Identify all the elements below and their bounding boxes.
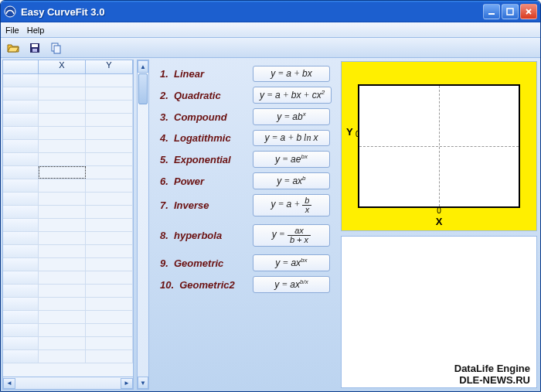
close-button[interactable]: [520, 4, 537, 19]
table-row[interactable]: [3, 179, 133, 193]
cell-y[interactable]: [86, 206, 133, 218]
table-row[interactable]: [3, 74, 133, 87]
open-button[interactable]: [5, 40, 21, 56]
table-row[interactable]: [3, 285, 133, 298]
scroll-thumb[interactable]: [138, 73, 148, 104]
cell-y[interactable]: [86, 271, 133, 284]
table-row[interactable]: [3, 298, 133, 311]
table-row[interactable]: [3, 114, 133, 127]
cell-x[interactable]: [39, 324, 86, 336]
cell-y[interactable]: [86, 324, 133, 336]
table-row[interactable]: [3, 166, 133, 179]
grid-hscrollbar[interactable]: ◄ ►: [3, 377, 133, 389]
scroll-right-button[interactable]: ►: [121, 378, 133, 389]
plot-canvas[interactable]: [358, 84, 520, 208]
cell-x[interactable]: [39, 101, 86, 113]
row-header[interactable]: [3, 140, 39, 152]
cell-y[interactable]: [86, 101, 133, 113]
cell-x[interactable]: [39, 311, 86, 323]
cell-y[interactable]: [86, 285, 133, 297]
table-row[interactable]: [3, 140, 133, 153]
row-header[interactable]: [3, 114, 39, 126]
save-button[interactable]: [27, 40, 43, 56]
cell-x[interactable]: [39, 350, 86, 363]
menu-help[interactable]: Help: [27, 26, 45, 35]
row-header[interactable]: [3, 350, 39, 363]
table-row[interactable]: [3, 324, 133, 337]
scroll-up-button[interactable]: ▲: [138, 60, 148, 73]
table-row[interactable]: [3, 101, 133, 114]
minimize-button[interactable]: [483, 4, 500, 19]
model-equation-button[interactable]: y = aebx: [253, 151, 330, 168]
cell-y[interactable]: [86, 166, 132, 179]
cell-x[interactable]: [39, 87, 86, 100]
model-equation-button[interactable]: y = a + bx + cx2: [253, 87, 332, 104]
cell-x[interactable]: [39, 193, 86, 205]
model-equation-button[interactable]: y = axbx: [253, 254, 330, 271]
cell-x[interactable]: [39, 245, 86, 257]
row-header[interactable]: [3, 87, 39, 100]
cell-y[interactable]: [86, 350, 133, 363]
cell-y[interactable]: [86, 114, 133, 126]
table-row[interactable]: [3, 245, 133, 258]
row-header[interactable]: [3, 166, 39, 179]
cell-x[interactable]: [39, 140, 86, 152]
menu-file[interactable]: File: [5, 26, 19, 35]
maximize-button[interactable]: [502, 4, 519, 19]
row-header[interactable]: [3, 245, 39, 257]
row-header[interactable]: [3, 127, 39, 139]
cell-y[interactable]: [86, 337, 133, 349]
scroll-down-button[interactable]: ▼: [138, 377, 148, 389]
cell-x[interactable]: [39, 298, 86, 310]
row-header[interactable]: [3, 74, 39, 87]
table-row[interactable]: [3, 258, 133, 271]
cell-x[interactable]: [39, 127, 86, 139]
table-row[interactable]: [3, 206, 133, 219]
model-equation-button[interactable]: y = axb + x: [253, 224, 330, 247]
cell-y[interactable]: [86, 245, 133, 257]
row-header[interactable]: [3, 219, 39, 231]
cell-x[interactable]: [39, 337, 86, 349]
table-row[interactable]: [3, 271, 133, 285]
row-header[interactable]: [3, 232, 39, 244]
cell-y[interactable]: [86, 258, 133, 271]
cell-y[interactable]: [86, 127, 133, 139]
row-header[interactable]: [3, 258, 39, 271]
scroll-track[interactable]: [15, 378, 121, 389]
cell-x[interactable]: [39, 153, 86, 165]
model-equation-button[interactable]: y = a + bx: [253, 66, 330, 82]
table-row[interactable]: [3, 127, 133, 140]
model-equation-button[interactable]: y = a + b ln x: [253, 130, 330, 146]
table-row[interactable]: [3, 337, 133, 350]
copy-button[interactable]: [49, 40, 64, 56]
cell-x[interactable]: [39, 232, 86, 244]
row-header[interactable]: [3, 179, 39, 192]
row-header[interactable]: [3, 285, 39, 297]
cell-y[interactable]: [86, 311, 133, 323]
cell-x[interactable]: [39, 206, 86, 218]
row-header[interactable]: [3, 324, 39, 336]
grid-body[interactable]: [3, 74, 133, 377]
cell-y[interactable]: [86, 140, 133, 152]
cell-x[interactable]: [39, 74, 86, 87]
row-header[interactable]: [3, 271, 39, 284]
table-row[interactable]: [3, 311, 133, 324]
scroll-track[interactable]: [138, 105, 148, 377]
scroll-left-button[interactable]: ◄: [3, 378, 15, 389]
cell-y[interactable]: [86, 87, 133, 100]
table-row[interactable]: [3, 193, 133, 206]
cell-y[interactable]: [86, 298, 133, 310]
cell-y[interactable]: [86, 193, 133, 205]
row-header[interactable]: [3, 206, 39, 218]
row-header[interactable]: [3, 101, 39, 113]
cell-x[interactable]: [39, 285, 86, 297]
table-row[interactable]: [3, 87, 133, 101]
model-equation-button[interactable]: y = axb: [253, 172, 330, 189]
row-header[interactable]: [3, 153, 39, 165]
cell-x[interactable]: [39, 179, 86, 192]
model-equation-button[interactable]: y = abx: [253, 108, 330, 125]
row-header[interactable]: [3, 193, 39, 205]
cell-x[interactable]: [39, 219, 86, 231]
cell-y[interactable]: [86, 232, 133, 244]
grid-col-y[interactable]: Y: [86, 60, 133, 73]
